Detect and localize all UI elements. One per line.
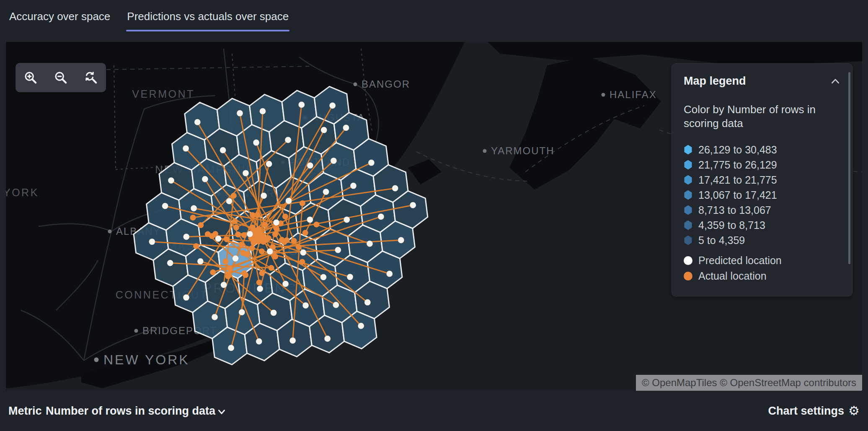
actual-location-dot	[232, 218, 238, 224]
predicted-location-dot	[298, 101, 305, 108]
predicted-location-dot	[271, 309, 277, 316]
map-legend-panel: Map legend Color by Number of rows in sc…	[672, 63, 852, 296]
actual-location-dot	[193, 243, 199, 249]
chart-settings-label: Chart settings	[768, 405, 845, 418]
chevron-down-icon	[216, 406, 227, 417]
predicted-location-dot	[321, 127, 327, 133]
predicted-location-dot	[202, 176, 208, 182]
actual-location-dot	[249, 245, 255, 251]
zoom-out-icon	[54, 70, 68, 85]
reset-zoom-button[interactable]	[82, 68, 100, 87]
actual-location-dot	[241, 270, 247, 276]
actual-location-dot	[259, 270, 265, 276]
map-canvas[interactable]: VERMONTNEW HAMPSHIREMASSACHUSETTSCONNECT…	[6, 42, 862, 391]
legend-hex-swatch	[684, 145, 692, 155]
map-city-label: YARMOUTH	[491, 145, 555, 156]
metric-selector[interactable]: Metric Number of rows in scoring data	[8, 405, 227, 418]
legend-bin-row: 8,713 to 13,067	[684, 203, 840, 218]
gear-icon: ⚙	[848, 405, 860, 417]
legend-bin-label: 21,775 to 26,129	[698, 159, 777, 171]
predicted-location-dot	[220, 147, 226, 153]
predicted-location-dot	[194, 119, 201, 125]
metric-value: Number of rows in scoring data	[46, 405, 215, 418]
city-dot	[134, 329, 138, 333]
predicted-location-dot	[331, 158, 337, 164]
predicted-location-dot	[253, 140, 259, 146]
predicted-location-dot	[273, 219, 279, 226]
predicted-location-dot	[335, 247, 341, 253]
zoom-in-button[interactable]	[21, 68, 40, 87]
predicted-location-dot	[232, 255, 239, 262]
actual-location-dot	[198, 222, 204, 228]
predicted-location-dot	[286, 197, 292, 204]
predicted-location-dot	[333, 302, 339, 308]
actual-location-dot	[251, 240, 256, 246]
actual-location-dot	[223, 258, 229, 264]
predicted-location-dot	[343, 125, 349, 131]
city-dot	[602, 93, 605, 97]
zoom-out-button[interactable]	[52, 68, 70, 87]
predicted-location-dot	[221, 282, 227, 288]
tab-predictions-vs-actuals-over-space[interactable]: Predictions vs actuals over space	[126, 8, 289, 31]
predicted-location-dot	[324, 335, 331, 342]
predicted-location-dot	[344, 216, 350, 223]
legend-color-by: Color by Number of rows in scoring data	[684, 103, 834, 130]
predicted-location-dot	[392, 185, 398, 192]
legend-hex-swatch	[684, 236, 692, 245]
legend-bin-label: 17,421 to 21,775	[698, 174, 777, 186]
predicted-location-dot	[410, 202, 416, 208]
actual-location-dot	[224, 236, 230, 242]
chart-settings-button[interactable]: Chart settings ⚙	[768, 405, 860, 418]
predicted-location-dot	[261, 192, 267, 199]
actual-location-dot	[282, 213, 288, 219]
predicted-location-dot	[247, 231, 253, 237]
actual-location-dot	[272, 231, 278, 237]
map-city-label: HALIFAX	[610, 89, 657, 100]
predicted-location-dot	[167, 260, 173, 266]
predicted-location-dot	[228, 345, 234, 351]
legend-hex-swatch	[684, 205, 692, 215]
predicted-location-dot	[168, 177, 174, 184]
predicted-location-dot	[162, 203, 168, 209]
predicted-location-dot	[329, 102, 336, 109]
predicted-location-dot	[237, 110, 243, 117]
predicted-location-dot	[300, 249, 306, 256]
predicted-location-dot	[215, 236, 222, 242]
predicted-location-dot	[358, 323, 364, 329]
legend-hex-swatch	[684, 221, 692, 230]
legend-bin-row: 4,359 to 8,713	[684, 218, 840, 233]
legend-hex-swatch	[684, 175, 692, 185]
predicted-location-dot	[368, 160, 375, 166]
legend-bin-label: 13,067 to 17,421	[698, 189, 777, 201]
predicted-location-dot	[243, 170, 249, 176]
map-zoom-toolbar	[16, 63, 106, 92]
actual-location-dot	[263, 237, 269, 243]
predicted-location-dot	[307, 162, 313, 169]
legend-point-label: Predicted location	[698, 254, 782, 267]
actual-location-dot	[231, 193, 237, 199]
legend-scrollbar[interactable]	[848, 72, 850, 264]
legend-bin-label: 26,129 to 30,483	[698, 144, 777, 156]
predicted-location-dot	[183, 145, 189, 152]
chart-footer: Metric Number of rows in scoring data Ch…	[0, 391, 868, 431]
predicted-location-dot	[239, 309, 245, 315]
actual-location-dot	[227, 266, 233, 272]
predicted-location-dot	[256, 338, 262, 345]
map-big-city-label: NEW YORK	[103, 352, 190, 367]
actual-location-dot	[259, 248, 265, 254]
chevron-up-icon[interactable]	[830, 76, 840, 86]
tab-accuracy-over-space[interactable]: Accuracy over space	[8, 8, 111, 31]
predicted-location-dot	[323, 189, 329, 195]
legend-hex-swatch	[684, 190, 692, 200]
map-state-label: VERMONT	[132, 88, 195, 100]
map-attribution[interactable]: © OpenMapTiles © OpenStreetMap contribut…	[636, 375, 862, 391]
actual-location-dot	[262, 222, 268, 228]
legend-bin-label: 4,359 to 8,713	[698, 219, 765, 231]
predicted-location-dot	[350, 183, 356, 189]
actual-location-dot	[256, 280, 262, 286]
actual-location-dot	[300, 200, 305, 206]
predicted-location-dot	[257, 286, 263, 292]
actual-location-dot	[240, 250, 246, 256]
actual-location-dot	[250, 212, 256, 218]
map-city-label: BANGOR	[362, 78, 410, 90]
